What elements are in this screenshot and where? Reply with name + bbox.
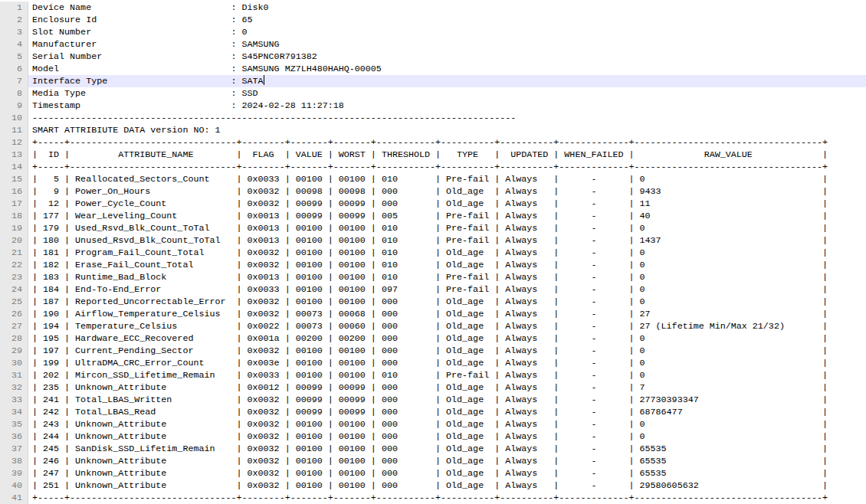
line-number[interactable]: 5 xyxy=(0,51,28,63)
line-number[interactable]: 17 xyxy=(0,198,28,210)
line-number[interactable]: 21 xyxy=(0,247,28,259)
line-content[interactable]: | 242 | Total_LBAS_Read | 0x0032 | 00099… xyxy=(28,406,866,418)
line-content[interactable]: Slot Number : 0 xyxy=(28,26,866,38)
line-number[interactable]: 33 xyxy=(0,394,28,406)
editor-line[interactable]: 19| 179 | Used_Rsvd_Blk_Count_ToTal | 0x… xyxy=(0,222,866,234)
line-number[interactable]: 3 xyxy=(0,26,28,38)
line-content[interactable]: | 181 | Program_Fail_Count_Total | 0x003… xyxy=(28,247,866,259)
line-number[interactable]: 26 xyxy=(0,308,28,320)
editor-line[interactable]: 33| 241 | Total_LBAS_Written | 0x0032 | … xyxy=(0,394,866,406)
line-number[interactable]: 6 xyxy=(0,63,28,75)
line-content[interactable]: +-----+-------------------------------+-… xyxy=(28,161,866,173)
line-content[interactable]: Model : SAMSUNG MZ7LH480HAHQ-00005 xyxy=(28,63,866,75)
line-number[interactable]: 12 xyxy=(0,136,28,149)
editor-line[interactable]: 5Serial Number : S45PNC0R791382 xyxy=(0,51,866,63)
line-number[interactable]: 23 xyxy=(0,271,28,283)
line-number[interactable]: 8 xyxy=(0,87,28,100)
line-content[interactable]: Timestamp : 2024-02-28 11:27:18 xyxy=(28,100,866,112)
line-content[interactable]: | 183 | Runtime_Bad_Block | 0x0013 | 001… xyxy=(28,271,866,283)
editor-line[interactable]: 24| 184 | End-To-End_Error | 0x0033 | 00… xyxy=(0,283,866,296)
editor-line[interactable]: 10--------------------------------------… xyxy=(0,112,866,124)
line-number[interactable]: 41 xyxy=(0,492,28,504)
editor-line[interactable]: 30| 199 | UltraDMA_CRC_Error_Count | 0x0… xyxy=(0,357,866,369)
editor-line[interactable]: 31| 202 | Mircon_SSD_Lifetime_Remain | 0… xyxy=(0,369,866,381)
editor-line[interactable]: 32| 235 | Unknown_Attribute | 0x0012 | 0… xyxy=(0,381,866,394)
line-content[interactable]: | 194 | Temperature_Celsius | 0x0022 | 0… xyxy=(28,320,866,332)
line-content[interactable]: | 241 | Total_LBAS_Written | 0x0032 | 00… xyxy=(28,394,866,406)
line-number[interactable]: 20 xyxy=(0,234,28,247)
line-content[interactable]: | 12 | Power_Cycle_Count | 0x0032 | 0009… xyxy=(28,198,866,210)
editor-line[interactable]: 12+-----+-------------------------------… xyxy=(0,136,866,149)
editor-line[interactable]: 3Slot Number : 0 xyxy=(0,26,866,38)
line-content[interactable]: | 197 | Current_Pending_Sector | 0x0032 … xyxy=(28,345,866,357)
editor-line[interactable]: 23| 183 | Runtime_Bad_Block | 0x0013 | 0… xyxy=(0,271,866,283)
line-number[interactable]: 16 xyxy=(0,185,28,198)
line-number[interactable]: 9 xyxy=(0,100,28,112)
line-content[interactable]: | 184 | End-To-End_Error | 0x0033 | 0010… xyxy=(28,283,866,296)
line-content[interactable]: | 187 | Reported_Uncorrectable_Error | 0… xyxy=(28,296,866,308)
line-content[interactable]: | 246 | Unknown_Attribute | 0x0032 | 001… xyxy=(28,455,866,467)
line-content[interactable]: | 179 | Used_Rsvd_Blk_Count_ToTal | 0x00… xyxy=(28,222,866,234)
line-number[interactable]: 29 xyxy=(0,345,28,357)
editor-line[interactable]: 6Model : SAMSUNG MZ7LH480HAHQ-00005 xyxy=(0,63,866,75)
line-number[interactable]: 31 xyxy=(0,369,28,381)
line-content[interactable]: | 195 | Hardware_ECC_Recovered | 0x001a … xyxy=(28,332,866,345)
line-content[interactable]: SMART ATTRIBIUTE DATA version NO: 1 xyxy=(28,124,866,136)
line-number[interactable]: 18 xyxy=(0,210,28,222)
line-content[interactable]: | 235 | Unknown_Attribute | 0x0012 | 000… xyxy=(28,381,866,394)
line-number[interactable]: 19 xyxy=(0,222,28,234)
editor-line[interactable]: 37| 245 | SanDisk_SSD_Lifetim_Remain | 0… xyxy=(0,443,866,455)
editor-line[interactable]: 11SMART ATTRIBIUTE DATA version NO: 1 xyxy=(0,124,866,136)
line-number[interactable]: 34 xyxy=(0,406,28,418)
editor-line[interactable]: 13| ID | ATTRIBUTE_NAME | FLAG | VALUE |… xyxy=(0,149,866,161)
editor-line[interactable]: 26| 190 | Airflow_Temperature_Celsius | … xyxy=(0,308,866,320)
editor-line[interactable]: 8Media Type : SSD xyxy=(0,87,866,100)
editor-line[interactable]: 21| 181 | Program_Fail_Count_Total | 0x0… xyxy=(0,247,866,259)
line-content[interactable]: | 199 | UltraDMA_CRC_Error_Count | 0x003… xyxy=(28,357,866,369)
line-number[interactable]: 28 xyxy=(0,332,28,345)
editor-line[interactable]: 35| 243 | Unknown_Attribute | 0x0032 | 0… xyxy=(0,418,866,430)
line-content[interactable]: | ID | ATTRIBUTE_NAME | FLAG | VALUE | W… xyxy=(28,149,866,161)
line-number[interactable]: 25 xyxy=(0,296,28,308)
line-content[interactable]: | 251 | Unknown_Attribute | 0x0032 | 001… xyxy=(28,479,866,492)
editor-line-current[interactable]: 7Interface Type : SATA xyxy=(0,75,866,87)
line-content[interactable]: Media Type : SSD xyxy=(28,87,866,100)
line-number[interactable]: 2 xyxy=(0,14,28,26)
editor-line[interactable]: 9Timestamp : 2024-02-28 11:27:18 xyxy=(0,100,866,112)
line-number[interactable]: 27 xyxy=(0,320,28,332)
text-editor[interactable]: 1Device Name : Disk02Enclosure Id : 653S… xyxy=(0,0,866,504)
editor-line[interactable]: 39| 247 | Unknown_Attribute | 0x0032 | 0… xyxy=(0,467,866,479)
line-content[interactable]: | 243 | Unknown_Attribute | 0x0032 | 001… xyxy=(28,418,866,430)
line-number[interactable]: 40 xyxy=(0,479,28,492)
line-number[interactable]: 38 xyxy=(0,455,28,467)
line-number[interactable]: 7 xyxy=(0,75,28,87)
editor-line[interactable]: 18| 177 | Wear_Leveling_Count | 0x0013 |… xyxy=(0,210,866,222)
editor-line[interactable]: 1Device Name : Disk0 xyxy=(0,2,866,14)
editor-line[interactable]: 2Enclosure Id : 65 xyxy=(0,14,866,26)
editor-line[interactable]: 4Manufacturer : SAMSUNG xyxy=(0,38,866,51)
line-number[interactable]: 22 xyxy=(0,259,28,271)
editor-line[interactable]: 27| 194 | Temperature_Celsius | 0x0022 |… xyxy=(0,320,866,332)
line-number[interactable]: 14 xyxy=(0,161,28,173)
editor-line[interactable]: 17| 12 | Power_Cycle_Count | 0x0032 | 00… xyxy=(0,198,866,210)
line-content[interactable]: +-----+-------------------------------+-… xyxy=(28,492,866,504)
line-number[interactable]: 4 xyxy=(0,38,28,51)
line-content[interactable]: +-----+-------------------------------+-… xyxy=(28,136,866,149)
editor-line[interactable]: 15| 5 | Reallocated_Sectors_Count | 0x00… xyxy=(0,173,866,185)
line-number[interactable]: 1 xyxy=(0,2,28,14)
editor-line[interactable]: 28| 195 | Hardware_ECC_Recovered | 0x001… xyxy=(0,332,866,345)
line-number[interactable]: 39 xyxy=(0,467,28,479)
editor-line[interactable]: 36| 244 | Unknown_Attribute | 0x0032 | 0… xyxy=(0,430,866,443)
line-number[interactable]: 24 xyxy=(0,283,28,296)
line-content[interactable]: | 244 | Unknown_Attribute | 0x0032 | 001… xyxy=(28,430,866,443)
line-content[interactable]: | 182 | Erase_Fail_Count_Total | 0x0032 … xyxy=(28,259,866,271)
line-number[interactable]: 35 xyxy=(0,418,28,430)
line-content[interactable]: | 177 | Wear_Leveling_Count | 0x0013 | 0… xyxy=(28,210,866,222)
editor-line[interactable]: 22| 182 | Erase_Fail_Count_Total | 0x003… xyxy=(0,259,866,271)
line-content[interactable]: Manufacturer : SAMSUNG xyxy=(28,38,866,51)
line-number[interactable]: 36 xyxy=(0,430,28,443)
line-content[interactable]: | 180 | Unused_Rsvd_Blk_Count_ToTal | 0x… xyxy=(28,234,866,247)
editor-line[interactable]: 20| 180 | Unused_Rsvd_Blk_Count_ToTal | … xyxy=(0,234,866,247)
editor-line[interactable]: 41+-----+-------------------------------… xyxy=(0,492,866,504)
line-content[interactable]: Interface Type : SATA xyxy=(28,75,866,87)
